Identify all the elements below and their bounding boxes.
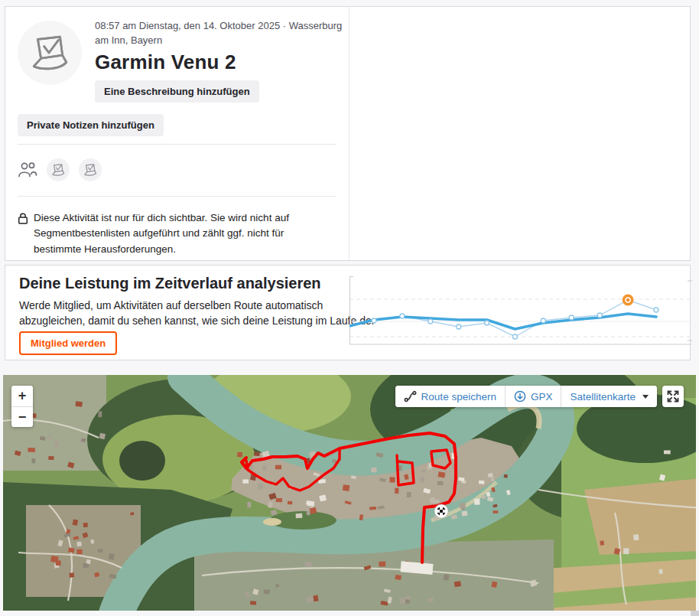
map-button-group: Route speichern GPX Satellitenkarte bbox=[395, 386, 657, 407]
zoom-out-button[interactable]: − bbox=[11, 406, 33, 427]
activity-header-column: 08:57 am Dienstag, den 14. Oktober 2025 … bbox=[5, 7, 350, 260]
caret-down-icon bbox=[642, 395, 649, 399]
divider bbox=[18, 196, 336, 197]
privacy-text: Diese Aktivität ist nur für dich sichtba… bbox=[34, 210, 325, 257]
route-finish-marker bbox=[434, 504, 448, 518]
map-zoom-control: + − bbox=[11, 386, 33, 427]
laptop-check-icon bbox=[30, 33, 70, 73]
gpx-label: GPX bbox=[531, 391, 553, 403]
layer-label: Satellitenkarte bbox=[570, 391, 636, 403]
activity-title: Garmin Venu 2 bbox=[95, 51, 347, 74]
upsell-title: Deine Leistung im Zeitverlauf analysiere… bbox=[19, 275, 321, 292]
upsell-card: Deine Leistung im Zeitverlauf analysiere… bbox=[5, 265, 691, 360]
satellite-map-image[interactable] bbox=[3, 375, 696, 611]
map-controls: Route speichern GPX Satellitenkarte bbox=[395, 386, 684, 407]
divider bbox=[18, 144, 336, 145]
private-notes-button[interactable]: Private Notizen hinzufügen bbox=[18, 114, 164, 136]
add-description-button[interactable]: Eine Beschreibung hinzufügen bbox=[95, 80, 259, 103]
people-icon[interactable] bbox=[18, 161, 37, 179]
activity-meta: 08:57 am Dienstag, den 14. Oktober 2025 … bbox=[95, 19, 347, 103]
fullscreen-button[interactable] bbox=[662, 386, 684, 407]
activity-summary-card: 08:57 am Dienstag, den 14. Oktober 2025 … bbox=[5, 6, 691, 261]
route-map[interactable]: + − Route speichern bbox=[3, 375, 696, 611]
route-icon bbox=[404, 390, 417, 403]
become-member-button[interactable]: Mitglied werden bbox=[19, 331, 117, 355]
activity-type-badge[interactable] bbox=[79, 158, 102, 181]
social-row bbox=[18, 158, 102, 181]
save-route-button[interactable]: Route speichern bbox=[395, 386, 505, 407]
privacy-note: Diese Aktivität ist nur für dich sichtba… bbox=[18, 210, 325, 257]
performance-chart bbox=[350, 273, 694, 351]
gpx-download-button[interactable]: GPX bbox=[505, 386, 561, 407]
map-terrain bbox=[3, 375, 696, 611]
laptop-check-icon bbox=[51, 163, 65, 177]
lock-icon bbox=[18, 212, 28, 225]
activity-type-badge[interactable] bbox=[47, 158, 70, 181]
laptop-check-icon bbox=[83, 163, 97, 177]
activity-datetime: 08:57 am Dienstag, den 14. Oktober 2025 … bbox=[95, 19, 347, 48]
download-icon bbox=[514, 390, 526, 403]
save-route-label: Route speichern bbox=[421, 391, 496, 403]
activity-stats-column: 3,97km Distanz 12:19 Bewegungszeit 5m Hö… bbox=[350, 7, 690, 260]
avatar[interactable] bbox=[18, 21, 82, 85]
zoom-in-button[interactable]: + bbox=[11, 386, 33, 406]
fullscreen-icon bbox=[667, 390, 679, 403]
scroll-corner bbox=[691, 611, 699, 616]
map-layer-select[interactable]: Satellitenkarte bbox=[561, 386, 657, 407]
